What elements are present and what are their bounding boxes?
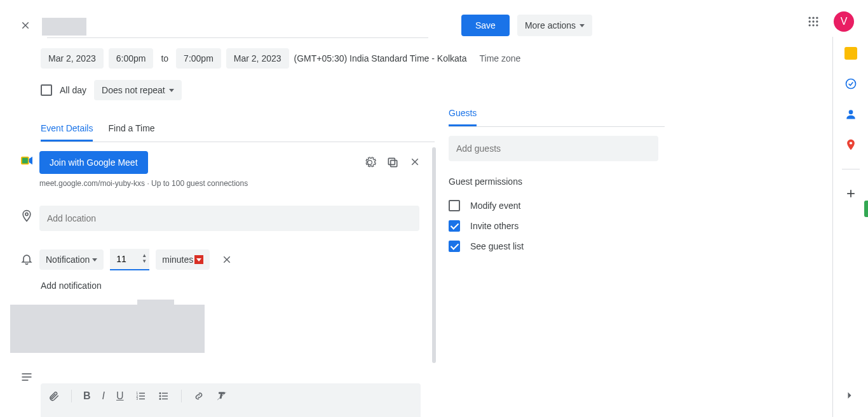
calendar-select-skeleton [10, 305, 205, 353]
invite-others-label: Invite others [470, 221, 519, 231]
svg-rect-22 [139, 399, 145, 400]
svg-text:3: 3 [136, 397, 138, 400]
svg-point-11 [849, 142, 851, 144]
join-meet-button[interactable]: Join with Google Meet [39, 151, 148, 174]
start-time-chip[interactable]: 6:00pm [109, 48, 154, 69]
svg-point-4 [812, 20, 814, 22]
svg-point-27 [159, 395, 161, 397]
description-input[interactable]: Add description [41, 409, 421, 417]
svg-point-10 [848, 110, 853, 114]
bullet-list-icon[interactable] [158, 390, 170, 402]
copy-icon[interactable] [386, 156, 399, 169]
meet-icon [14, 151, 39, 166]
svg-rect-14 [391, 161, 397, 167]
bell-icon [14, 249, 39, 265]
svg-point-0 [809, 17, 811, 19]
caret-down-icon [92, 258, 97, 261]
svg-rect-13 [22, 158, 28, 164]
caret-down-icon [169, 89, 174, 92]
svg-point-9 [846, 79, 855, 89]
contacts-icon[interactable] [844, 108, 857, 121]
svg-rect-15 [388, 158, 395, 164]
see-guest-list-label: See guest list [470, 241, 524, 251]
more-actions-label: More actions [525, 20, 576, 30]
end-date-chip[interactable]: Mar 2, 2023 [226, 48, 289, 69]
side-tab-indicator [864, 201, 868, 217]
svg-point-8 [816, 24, 818, 26]
underline-icon[interactable]: U [116, 390, 124, 402]
svg-point-26 [159, 392, 161, 394]
keep-icon[interactable] [844, 47, 857, 60]
meet-link-text: meet.google.com/moi-yuby-kxs · Up to 100… [39, 179, 433, 188]
modify-event-checkbox[interactable] [449, 200, 460, 211]
description-icon [14, 362, 39, 383]
close-icon[interactable] [18, 18, 33, 33]
end-time-chip[interactable]: 7:00pm [176, 48, 221, 69]
numbered-list-icon[interactable]: 123 [135, 390, 147, 402]
svg-rect-20 [139, 393, 145, 394]
maps-icon[interactable] [844, 138, 857, 151]
clear-format-icon[interactable] [216, 390, 227, 402]
notification-unit-label: minutes [162, 255, 193, 265]
gear-icon[interactable] [363, 156, 376, 169]
more-actions-button[interactable]: More actions [517, 15, 592, 36]
notification-type-label: Notification [46, 255, 90, 265]
svg-rect-29 [162, 393, 168, 394]
svg-rect-18 [22, 376, 32, 378]
remove-notification-icon[interactable] [221, 254, 233, 265]
dropdown-indicator-icon [194, 255, 203, 264]
svg-point-16 [25, 213, 28, 215]
svg-rect-17 [22, 373, 32, 374]
add-icon[interactable] [844, 187, 857, 200]
avatar[interactable]: V [834, 11, 854, 32]
timezone-text: (GMT+05:30) India Standard Time - Kolkat… [294, 53, 467, 63]
tab-guests[interactable]: Guests [449, 108, 477, 126]
caret-down-icon [580, 24, 585, 27]
location-input[interactable] [39, 206, 419, 231]
invite-others-checkbox[interactable] [449, 220, 460, 232]
svg-point-28 [159, 398, 161, 400]
all-day-checkbox[interactable] [41, 84, 52, 96]
number-spinner[interactable]: ▲▼ [142, 253, 147, 264]
svg-point-7 [812, 24, 814, 26]
tasks-icon[interactable] [844, 77, 857, 90]
scrollbar[interactable] [432, 147, 436, 369]
all-day-label: All day [60, 85, 86, 95]
to-label: to [158, 53, 171, 63]
link-icon[interactable] [193, 390, 205, 402]
add-guests-input[interactable] [449, 136, 658, 161]
modify-event-label: Modify event [470, 201, 520, 211]
attach-icon[interactable] [48, 390, 60, 402]
timezone-link[interactable]: Time zone [480, 53, 521, 63]
title-placeholder-skeleton [42, 18, 86, 36]
svg-rect-31 [162, 399, 168, 400]
svg-rect-21 [139, 395, 145, 397]
svg-rect-19 [22, 380, 29, 381]
svg-point-1 [812, 17, 814, 19]
see-guest-list-checkbox[interactable] [449, 241, 460, 252]
repeat-select[interactable]: Does not repeat [94, 80, 182, 100]
guest-permissions-title: Guest permissions [449, 176, 665, 187]
repeat-label: Does not repeat [102, 85, 165, 95]
notification-type-select[interactable]: Notification [39, 249, 104, 270]
apps-grid-icon[interactable] [807, 15, 822, 30]
bold-icon[interactable]: B [83, 390, 91, 402]
tab-event-details[interactable]: Event Details [41, 123, 93, 142]
svg-point-5 [816, 20, 818, 22]
svg-point-6 [809, 24, 811, 26]
side-panel [832, 37, 868, 417]
description-toolbar: B I U 123 [41, 383, 421, 409]
svg-point-3 [809, 20, 811, 22]
event-title-input[interactable] [47, 13, 428, 38]
chevron-right-icon[interactable] [843, 389, 858, 404]
remove-meet-icon[interactable] [409, 156, 421, 169]
svg-rect-30 [162, 395, 168, 397]
save-button[interactable]: Save [461, 15, 510, 36]
italic-icon[interactable]: I [102, 390, 105, 402]
tab-find-a-time[interactable]: Find a Time [108, 123, 154, 142]
location-icon [14, 206, 39, 222]
notification-unit-select[interactable]: minutes [156, 249, 210, 270]
svg-point-2 [816, 17, 818, 19]
start-date-chip[interactable]: Mar 2, 2023 [41, 48, 104, 69]
add-notification-link[interactable]: Add notification [14, 273, 433, 298]
